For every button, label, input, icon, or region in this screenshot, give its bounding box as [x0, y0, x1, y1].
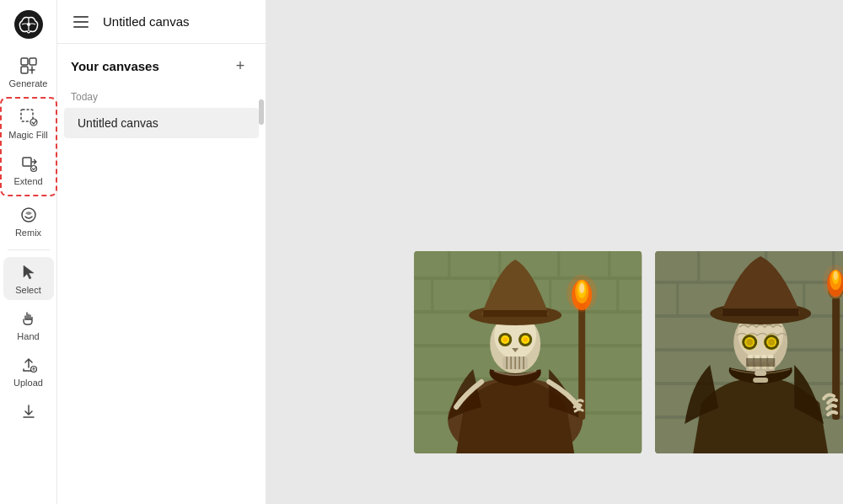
- sidebar-item-select[interactable]: Select: [3, 257, 54, 300]
- menu-button[interactable]: [67, 8, 94, 35]
- upload-icon: [19, 355, 39, 375]
- svg-rect-83: [746, 358, 775, 367]
- generate-label: Generate: [9, 78, 48, 88]
- svg-rect-85: [722, 308, 798, 316]
- svg-rect-21: [608, 251, 610, 276]
- svg-rect-24: [549, 280, 551, 310]
- sidebar-divider: [8, 249, 50, 250]
- remix-icon: [19, 205, 39, 225]
- svg-point-35: [498, 333, 512, 346]
- svg-rect-3: [30, 58, 36, 65]
- svg-point-1: [27, 23, 30, 26]
- sidebar-item-extend[interactable]: Extend: [3, 148, 54, 191]
- your-canvases-title: Your canvases: [71, 59, 159, 73]
- svg-rect-94: [753, 378, 768, 383]
- upload-label: Upload: [13, 378, 43, 388]
- svg-rect-18: [448, 251, 450, 276]
- select-label: Select: [15, 285, 41, 295]
- generate-icon: [19, 56, 39, 76]
- select-icon: [19, 262, 39, 282]
- svg-rect-4: [21, 67, 28, 73]
- hamburger-line-3: [73, 26, 89, 28]
- extend-icon: [19, 153, 39, 174]
- hamburger-line-2: [73, 21, 89, 23]
- canvas-image-2: [655, 251, 843, 453]
- download-icon: [19, 401, 39, 421]
- svg-rect-19: [498, 251, 501, 276]
- sidebar-item-generate[interactable]: Generate: [3, 51, 54, 94]
- svg-rect-7: [23, 158, 31, 166]
- canvas-images-container: [414, 251, 843, 453]
- svg-rect-61: [676, 284, 679, 314]
- svg-rect-25: [616, 280, 619, 310]
- extend-label: Extend: [13, 176, 42, 186]
- section-today-label: Today: [57, 88, 266, 108]
- magic-fill-label: Magic Fill: [8, 130, 47, 140]
- panel-sidebar: Untitled canvas Your canvases + Today Un…: [57, 0, 266, 504]
- canvas-image-1: [414, 251, 642, 453]
- sidebar-item-magic-fill[interactable]: Magic Fill: [3, 102, 54, 145]
- scroll-indicator[interactable]: [259, 99, 264, 125]
- remix-label: Remix: [15, 228, 41, 238]
- sidebar-item-download[interactable]: [3, 396, 54, 426]
- svg-rect-20: [557, 251, 560, 276]
- add-canvas-button[interactable]: +: [228, 54, 252, 78]
- sidebar-item-upload[interactable]: Upload: [3, 350, 54, 393]
- svg-point-50: [566, 275, 597, 312]
- hamburger-line-1: [73, 16, 89, 18]
- brand-logo[interactable]: [11, 7, 46, 42]
- icon-sidebar: Generate Magic Fill: [0, 0, 57, 504]
- panel-title: Untitled canvas: [103, 14, 190, 29]
- hand-icon: [19, 308, 39, 329]
- panel-content: Your canvases + Today Untitled canvas: [57, 44, 266, 504]
- magic-fill-extend-group: Magic Fill Extend: [0, 97, 57, 196]
- svg-rect-93: [754, 371, 766, 376]
- sidebar-item-remix[interactable]: Remix: [3, 200, 54, 243]
- svg-point-36: [518, 333, 532, 346]
- panel-header: Untitled canvas: [57, 0, 266, 44]
- svg-rect-44: [483, 310, 547, 317]
- svg-rect-2: [21, 58, 28, 65]
- canvas-list-item[interactable]: Untitled canvas: [64, 108, 259, 138]
- svg-point-72: [741, 334, 758, 351]
- main-canvas-area[interactable]: [266, 0, 843, 504]
- magic-fill-icon: [19, 107, 39, 127]
- hand-label: Hand: [17, 331, 39, 341]
- svg-rect-58: [697, 251, 700, 281]
- sidebar-item-hand[interactable]: Hand: [3, 303, 54, 346]
- svg-point-73: [763, 334, 780, 351]
- svg-point-8: [30, 166, 36, 172]
- svg-rect-22: [431, 280, 433, 310]
- your-canvases-header: Your canvases +: [57, 54, 266, 88]
